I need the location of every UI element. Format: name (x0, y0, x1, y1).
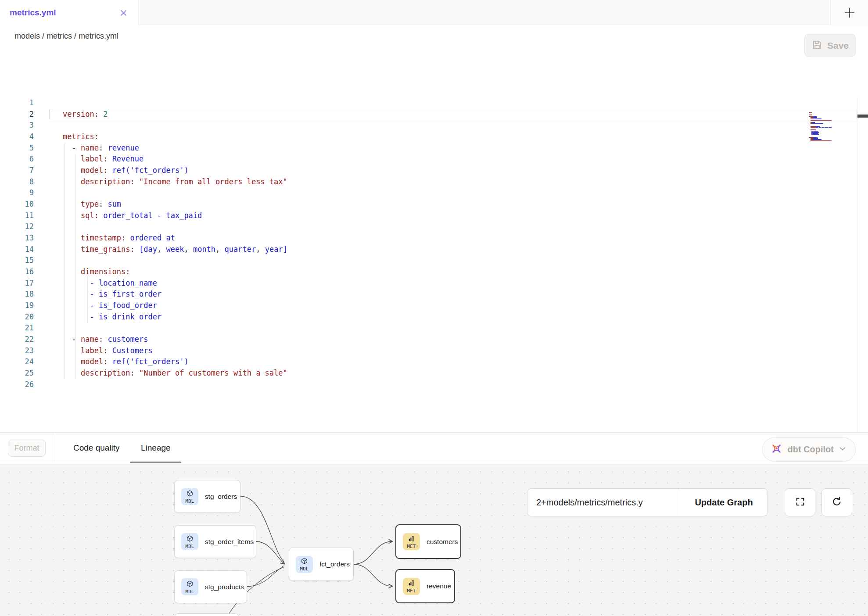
chevron-down-icon (839, 445, 846, 455)
format-button[interactable]: Format (8, 440, 46, 457)
dbt-copilot-label: dbt Copilot (787, 444, 834, 455)
new-tab-button[interactable] (830, 0, 868, 28)
line-number: 23 (0, 345, 34, 357)
tab-code-quality[interactable]: Code quality (73, 433, 120, 463)
line-number: 12 (0, 221, 34, 233)
code-editor[interactable]: 1234567891011121314151617181920212223242… (0, 48, 868, 432)
model-cube-icon (186, 580, 194, 589)
dbt-copilot-icon (771, 443, 782, 456)
code-line[interactable] (63, 255, 287, 266)
indent-guide (75, 154, 76, 379)
code-line[interactable]: time_grains: [day, week, month, quarter,… (63, 244, 287, 255)
lineage-node-revenue[interactable]: METrevenue (395, 569, 455, 603)
code-line[interactable]: label: Customers (63, 345, 287, 357)
code-line[interactable]: - is_first_order (63, 289, 287, 300)
code-line[interactable]: - name: revenue (63, 143, 287, 154)
bottom-toolbar: Format Code quality Lineage dbt Copilot (0, 432, 868, 463)
node-label: stg_order_items (205, 538, 254, 546)
lineage-node-stg_hidden[interactable]: MDL (174, 613, 239, 616)
line-number: 19 (0, 300, 34, 312)
code-line[interactable] (63, 97, 287, 109)
code-line[interactable]: - is_drink_order (63, 312, 287, 323)
code-line[interactable]: label: Revenue (63, 154, 287, 165)
metric-chart-icon (408, 579, 415, 588)
node-label: stg_products (205, 583, 244, 591)
node-badge: MDL (296, 556, 313, 573)
code-line[interactable]: - name: customers (63, 334, 287, 345)
fullscreen-icon (795, 496, 806, 509)
indent-guide (87, 278, 88, 323)
lineage-filter-input[interactable] (527, 489, 680, 516)
code-line[interactable]: version: 2 (63, 109, 287, 120)
code-line[interactable]: model: ref('fct_orders') (63, 165, 287, 176)
line-number: 26 (0, 379, 34, 390)
fullscreen-button[interactable] (785, 488, 815, 516)
node-badge-label: MET (407, 588, 416, 593)
lineage-canvas[interactable]: MDLstg_ordersMDLstg_order_itemsMDLstg_pr… (0, 464, 868, 616)
line-number: 11 (0, 210, 34, 222)
code-line[interactable]: - is_food_order (63, 300, 287, 312)
line-number: 16 (0, 266, 34, 278)
node-badge-label: MDL (185, 589, 194, 594)
tab-code-quality-label: Code quality (73, 443, 120, 453)
refresh-icon (831, 496, 843, 509)
node-badge-label: MDL (185, 498, 194, 504)
scrollbar-thumb[interactable] (857, 115, 868, 118)
active-tab-underline (130, 462, 181, 463)
code-line[interactable]: - location_name (63, 278, 287, 289)
file-tab-title: metrics.yml (10, 8, 56, 18)
line-number: 17 (0, 278, 34, 289)
lineage-node-fct_orders[interactable]: MDLfct_orders (289, 548, 354, 581)
line-number: 22 (0, 334, 34, 345)
code-content[interactable]: version: 2metrics: - name: revenue label… (49, 97, 287, 390)
line-number: 4 (0, 131, 34, 143)
line-number: 1 (0, 97, 34, 109)
tab-lineage[interactable]: Lineage (141, 433, 171, 463)
line-number: 18 (0, 289, 34, 300)
line-number: 13 (0, 233, 34, 244)
node-badge: MET (403, 533, 420, 550)
file-tab-metrics-yml[interactable]: metrics.yml (0, 0, 139, 25)
line-number: 21 (0, 322, 34, 334)
code-line[interactable]: metrics: (63, 131, 287, 143)
model-cube-icon (186, 490, 194, 499)
code-line[interactable]: description: "Income from all orders les… (63, 176, 287, 188)
code-line[interactable]: description: "Number of customers with a… (63, 368, 287, 379)
lineage-node-stg_orders[interactable]: MDLstg_orders (174, 480, 240, 513)
code-line[interactable] (63, 379, 287, 390)
code-line[interactable]: dimensions: (63, 266, 287, 278)
lineage-node-stg_products[interactable]: MDLstg_products (174, 570, 247, 603)
code-line[interactable]: timestamp: ordered_at (63, 233, 287, 244)
code-line[interactable] (63, 120, 287, 131)
line-number: 5 (0, 143, 34, 154)
metric-chart-icon (408, 535, 415, 544)
lineage-node-customers[interactable]: METcustomers (395, 524, 461, 559)
dbt-copilot-button[interactable]: dbt Copilot (762, 437, 856, 462)
code-line[interactable]: type: sum (63, 199, 287, 210)
plus-icon (843, 6, 856, 21)
line-number-gutter: 1234567891011121314151617181920212223242… (0, 97, 34, 390)
close-tab-icon[interactable] (119, 8, 128, 17)
lineage-node-stg_order_items[interactable]: MDLstg_order_items (174, 525, 256, 558)
format-button-label: Format (14, 444, 39, 453)
update-graph-button[interactable]: Update Graph (680, 489, 768, 516)
code-line[interactable]: model: ref('fct_orders') (63, 356, 287, 368)
editor-minimap[interactable] (809, 111, 846, 143)
save-icon (811, 39, 823, 52)
node-badge: MET (403, 578, 420, 595)
code-line[interactable] (63, 221, 287, 233)
code-line[interactable]: sql: order_total - tax_paid (63, 210, 287, 222)
lineage-filter-group: Update Graph (527, 488, 768, 516)
node-label: stg_orders (205, 493, 237, 501)
code-line[interactable] (63, 322, 287, 334)
line-number: 2 (0, 109, 34, 120)
line-number: 9 (0, 187, 34, 199)
line-number: 8 (0, 176, 34, 188)
code-line[interactable] (63, 187, 287, 199)
save-button[interactable]: Save (804, 34, 856, 57)
line-number: 14 (0, 244, 34, 255)
node-badge-label: MDL (185, 544, 194, 549)
node-badge: MDL (181, 578, 198, 595)
refresh-button[interactable] (821, 488, 852, 516)
line-number: 6 (0, 154, 34, 165)
